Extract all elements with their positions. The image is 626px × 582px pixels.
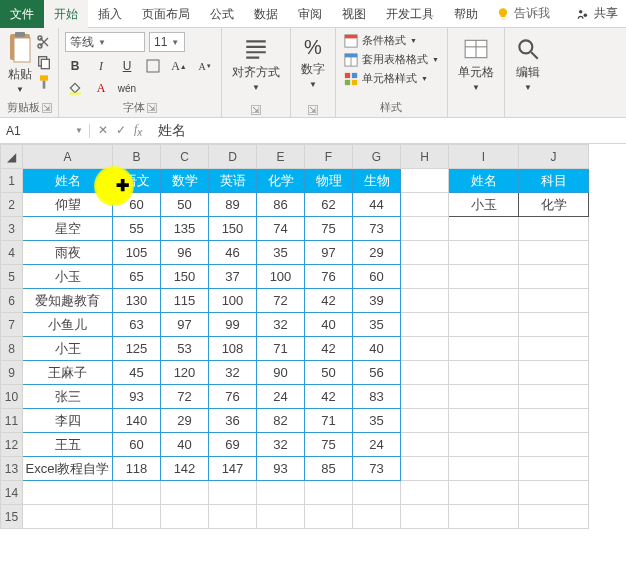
- cell[interactable]: 35: [257, 241, 305, 265]
- col-header[interactable]: B: [113, 145, 161, 169]
- name-box[interactable]: A1▼: [0, 124, 90, 138]
- cell[interactable]: 135: [161, 217, 209, 241]
- cell[interactable]: [519, 337, 589, 361]
- cell[interactable]: Excel教程自学: [23, 457, 113, 481]
- worksheet[interactable]: ◢ABCDEFGHIJ1姓名语文数学英语化学物理生物姓名科目2仰望6050898…: [0, 144, 626, 574]
- cell[interactable]: 99: [209, 313, 257, 337]
- tab-file[interactable]: 文件: [0, 0, 44, 28]
- formula-input[interactable]: 姓名: [150, 122, 626, 140]
- cell[interactable]: 44: [353, 193, 401, 217]
- cell[interactable]: 爱知趣教育: [23, 289, 113, 313]
- cell[interactable]: 40: [161, 433, 209, 457]
- cell[interactable]: [449, 457, 519, 481]
- col-header[interactable]: D: [209, 145, 257, 169]
- select-all[interactable]: ◢: [1, 145, 23, 169]
- tab-data[interactable]: 数据: [244, 0, 288, 28]
- cell[interactable]: [305, 481, 353, 505]
- cell[interactable]: 93: [257, 457, 305, 481]
- cell[interactable]: 72: [161, 385, 209, 409]
- cell[interactable]: 69: [209, 433, 257, 457]
- cell[interactable]: 140: [113, 409, 161, 433]
- cell[interactable]: 张三: [23, 385, 113, 409]
- table-format-button[interactable]: 套用表格格式▼: [342, 51, 441, 68]
- cell[interactable]: [401, 337, 449, 361]
- col-header[interactable]: G: [353, 145, 401, 169]
- row-header[interactable]: 13: [1, 457, 23, 481]
- cell[interactable]: 星空: [23, 217, 113, 241]
- row-header[interactable]: 15: [1, 505, 23, 529]
- cell[interactable]: [449, 217, 519, 241]
- cell[interactable]: 35: [353, 313, 401, 337]
- launcher-icon[interactable]: ⇲: [251, 105, 261, 115]
- cell[interactable]: 53: [161, 337, 209, 361]
- cell[interactable]: [401, 457, 449, 481]
- cell[interactable]: 85: [305, 457, 353, 481]
- cell[interactable]: 29: [353, 241, 401, 265]
- row-header[interactable]: 14: [1, 481, 23, 505]
- cell[interactable]: [519, 505, 589, 529]
- cell[interactable]: [401, 433, 449, 457]
- cell[interactable]: 60: [113, 193, 161, 217]
- cell[interactable]: 生物: [353, 169, 401, 193]
- underline-button[interactable]: U: [117, 56, 137, 76]
- tab-home[interactable]: 开始: [44, 0, 88, 28]
- cell[interactable]: [401, 361, 449, 385]
- enter-icon[interactable]: ✓: [116, 123, 126, 137]
- cell[interactable]: [305, 505, 353, 529]
- italic-button[interactable]: I: [91, 56, 111, 76]
- cell[interactable]: 45: [113, 361, 161, 385]
- cell[interactable]: 60: [113, 433, 161, 457]
- cell[interactable]: 118: [113, 457, 161, 481]
- cell[interactable]: 32: [257, 433, 305, 457]
- cell[interactable]: 96: [161, 241, 209, 265]
- cell[interactable]: 姓名: [23, 169, 113, 193]
- cell[interactable]: [449, 481, 519, 505]
- font-size-combo[interactable]: 11▼: [149, 32, 185, 52]
- cell[interactable]: [449, 433, 519, 457]
- grow-font-button[interactable]: A▲: [169, 56, 189, 76]
- row-header[interactable]: 7: [1, 313, 23, 337]
- editing-button[interactable]: 编辑 ▼: [511, 32, 545, 96]
- cell[interactable]: [519, 217, 589, 241]
- row-header[interactable]: 3: [1, 217, 23, 241]
- fx-icon[interactable]: fx: [134, 122, 142, 138]
- cell[interactable]: [401, 385, 449, 409]
- cell[interactable]: 46: [209, 241, 257, 265]
- tab-dev[interactable]: 开发工具: [376, 0, 444, 28]
- cell[interactable]: [257, 505, 305, 529]
- cell[interactable]: 王麻子: [23, 361, 113, 385]
- font-color-button[interactable]: A: [91, 78, 111, 98]
- cell[interactable]: [519, 457, 589, 481]
- row-header[interactable]: 4: [1, 241, 23, 265]
- cell[interactable]: 108: [209, 337, 257, 361]
- cell[interactable]: [401, 241, 449, 265]
- cell[interactable]: 42: [305, 385, 353, 409]
- cell[interactable]: [519, 409, 589, 433]
- share-button[interactable]: 共享: [568, 5, 626, 22]
- cell[interactable]: 75: [305, 217, 353, 241]
- cell[interactable]: 147: [209, 457, 257, 481]
- cell[interactable]: 60: [353, 265, 401, 289]
- cell[interactable]: [401, 217, 449, 241]
- cell[interactable]: 125: [113, 337, 161, 361]
- row-header[interactable]: 1: [1, 169, 23, 193]
- cell[interactable]: [519, 289, 589, 313]
- cell[interactable]: 小鱼儿: [23, 313, 113, 337]
- cell[interactable]: [113, 481, 161, 505]
- cell[interactable]: 小王: [23, 337, 113, 361]
- col-header[interactable]: I: [449, 145, 519, 169]
- cell[interactable]: 65: [113, 265, 161, 289]
- cell[interactable]: [449, 385, 519, 409]
- launcher-icon[interactable]: ⇲: [308, 105, 318, 115]
- cell[interactable]: 55: [113, 217, 161, 241]
- cell[interactable]: [519, 313, 589, 337]
- cell[interactable]: 130: [113, 289, 161, 313]
- col-header[interactable]: C: [161, 145, 209, 169]
- cell-styles-button[interactable]: 单元格样式▼: [342, 70, 441, 87]
- row-header[interactable]: 12: [1, 433, 23, 457]
- col-header[interactable]: H: [401, 145, 449, 169]
- cell[interactable]: [401, 409, 449, 433]
- cell[interactable]: [353, 505, 401, 529]
- cell[interactable]: 86: [257, 193, 305, 217]
- cell[interactable]: 小玉: [449, 193, 519, 217]
